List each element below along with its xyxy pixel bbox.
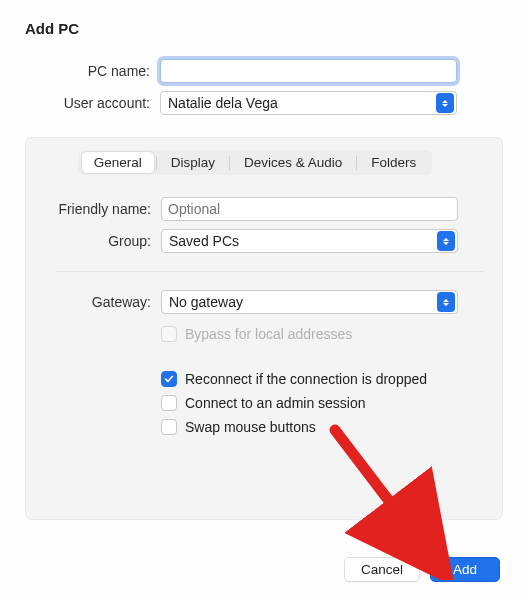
- friendly-name-input[interactable]: [161, 197, 458, 221]
- tab-separator: [156, 156, 157, 170]
- swap-mouse-checkbox-label: Swap mouse buttons: [185, 419, 316, 435]
- divider: [56, 271, 484, 272]
- reconnect-checkbox[interactable]: [161, 371, 177, 387]
- gateway-value: No gateway: [169, 294, 243, 310]
- gateway-select[interactable]: No gateway: [161, 290, 458, 314]
- tab-folders[interactable]: Folders: [359, 152, 428, 173]
- cancel-button[interactable]: Cancel: [344, 557, 420, 582]
- add-button[interactable]: Add: [430, 557, 500, 582]
- tab-separator: [229, 156, 230, 170]
- friendly-name-label: Friendly name:: [26, 201, 161, 217]
- dialog-title: Add PC: [25, 20, 503, 37]
- user-account-label: User account:: [25, 95, 160, 111]
- gateway-label: Gateway:: [26, 294, 161, 310]
- tab-devices-audio[interactable]: Devices & Audio: [232, 152, 354, 173]
- group-value: Saved PCs: [169, 233, 239, 249]
- group-select[interactable]: Saved PCs: [161, 229, 458, 253]
- updown-arrows-icon: [437, 231, 455, 251]
- swap-mouse-checkbox[interactable]: [161, 419, 177, 435]
- tab-bar: General Display Devices & Audio Folders: [78, 150, 433, 175]
- group-label: Group:: [26, 233, 161, 249]
- reconnect-checkbox-label: Reconnect if the connection is dropped: [185, 371, 427, 387]
- tab-display[interactable]: Display: [159, 152, 227, 173]
- updown-arrows-icon: [436, 93, 454, 113]
- updown-arrows-icon: [437, 292, 455, 312]
- bypass-checkbox: [161, 326, 177, 342]
- user-account-value: Natalie dela Vega: [168, 95, 278, 111]
- tab-separator: [356, 156, 357, 170]
- pc-name-label: PC name:: [25, 63, 160, 79]
- admin-checkbox-label: Connect to an admin session: [185, 395, 366, 411]
- pc-name-input[interactable]: [160, 59, 457, 83]
- user-account-select[interactable]: Natalie dela Vega: [160, 91, 457, 115]
- tab-general[interactable]: General: [82, 152, 154, 173]
- settings-panel: General Display Devices & Audio Folders …: [25, 137, 503, 520]
- bypass-checkbox-label: Bypass for local addresses: [185, 326, 352, 342]
- admin-checkbox[interactable]: [161, 395, 177, 411]
